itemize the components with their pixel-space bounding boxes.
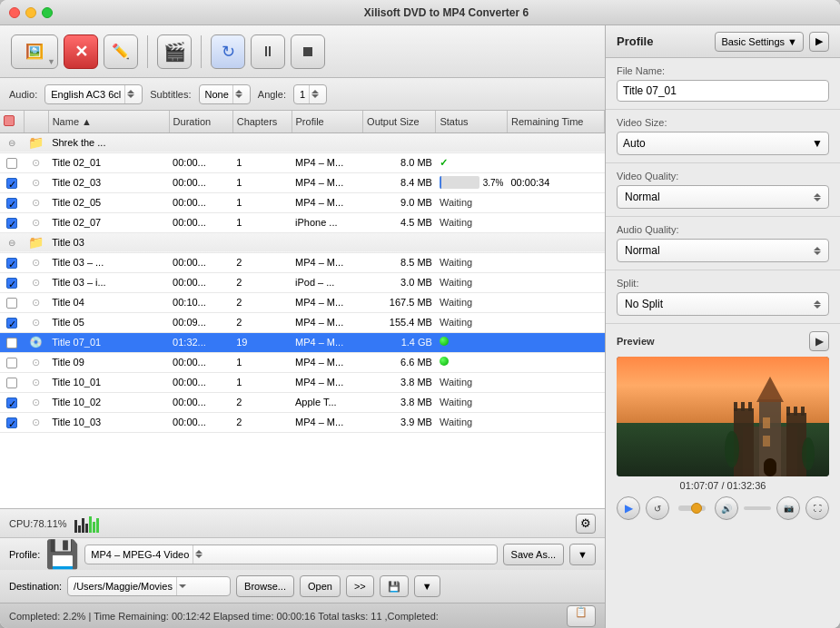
close-button[interactable] bbox=[9, 7, 20, 18]
stop-button[interactable]: ⏹ bbox=[291, 34, 325, 69]
refresh-button[interactable]: ↻ bbox=[211, 34, 245, 69]
profile-dropdown-button[interactable]: ▼ bbox=[569, 544, 596, 565]
row-check-cell[interactable] bbox=[0, 332, 25, 352]
status-log-button[interactable]: 📋 bbox=[567, 605, 596, 627]
volume-icon[interactable]: 🔊 bbox=[715, 496, 738, 520]
file-name-input[interactable] bbox=[617, 80, 829, 102]
row-checkbox[interactable]: ✓ bbox=[6, 397, 17, 408]
angle-arrow[interactable] bbox=[309, 85, 321, 103]
row-check-cell[interactable]: ✓ bbox=[0, 172, 25, 192]
row-check-cell[interactable] bbox=[0, 292, 25, 312]
col-header-chapters[interactable]: Chapters bbox=[232, 111, 292, 132]
destination-select[interactable]: /Users/Maggie/Movies bbox=[67, 576, 231, 596]
row-check-cell[interactable] bbox=[0, 152, 25, 172]
destination-extra-button[interactable]: >> bbox=[346, 575, 374, 597]
row-checkbox[interactable] bbox=[6, 378, 17, 388]
profile-select[interactable]: MP4 – MPEG-4 Video bbox=[84, 545, 497, 564]
save-as-button[interactable]: Save As... bbox=[503, 544, 565, 565]
row-check-cell[interactable]: ✓ bbox=[0, 192, 25, 212]
subtitles-arrow[interactable] bbox=[232, 85, 244, 103]
table-row[interactable]: ✓ ⊙ Title 02_07 00:00... 1 iPhone ... 4.… bbox=[0, 212, 605, 232]
table-row[interactable]: ✓ ⊙ Title 05 00:09... 2 MP4 – M... 155.4… bbox=[0, 312, 605, 332]
table-row[interactable]: ⊙ Title 04 00:10... 2 MP4 – M... 167.5 M… bbox=[0, 292, 605, 312]
table-row[interactable]: 💿 Title 07_01 01:32... 19 MP4 – M... 1.4… bbox=[0, 332, 605, 352]
audio-arrow[interactable] bbox=[124, 85, 136, 103]
split-stepper[interactable]: No Split bbox=[617, 292, 829, 316]
destination-arrow[interactable] bbox=[176, 577, 188, 595]
preview-progress-handle[interactable] bbox=[691, 503, 702, 514]
row-check-cell[interactable]: ✓ bbox=[0, 392, 25, 412]
table-row[interactable]: ⊙ Title 09 00:00... 1 MP4 – M... 6.6 MB bbox=[0, 352, 605, 372]
maximize-button[interactable] bbox=[42, 7, 53, 18]
destination-save-button[interactable]: 💾 bbox=[380, 575, 409, 597]
table-row[interactable]: ✓ ⊙ Title 02_03 00:00... 1 MP4 – M... 8.… bbox=[0, 172, 605, 192]
col-header-remaining[interactable]: Remaining Time bbox=[507, 111, 604, 132]
replay-button[interactable]: ↺ bbox=[646, 496, 669, 520]
row-checkbox[interactable] bbox=[6, 358, 17, 368]
subtitles-select[interactable]: None bbox=[199, 84, 251, 104]
table-row[interactable]: ⊙ Title 02_01 00:00... 1 MP4 – M... 8.0 … bbox=[0, 152, 605, 172]
row-checkbox[interactable]: ✓ bbox=[6, 218, 17, 229]
add-button[interactable]: 🖼️ ▼ bbox=[11, 34, 58, 69]
browse-button[interactable]: Browse... bbox=[236, 575, 294, 597]
row-check-cell[interactable]: ✓ bbox=[0, 252, 25, 272]
minimize-button[interactable] bbox=[25, 7, 36, 18]
table-row[interactable]: ⊖ 📁 Shrek the ... bbox=[0, 132, 605, 152]
table-row[interactable]: ✓ ⊙ Title 02_05 00:00... 1 MP4 – M... 9.… bbox=[0, 192, 605, 212]
col-header-profile[interactable]: Profile bbox=[292, 111, 363, 132]
angle-select[interactable]: 1 bbox=[293, 84, 327, 104]
video-quality-arrows[interactable] bbox=[814, 193, 821, 201]
row-check-cell[interactable]: ✓ bbox=[0, 272, 25, 292]
play-button[interactable]: ▶ bbox=[617, 496, 640, 520]
row-checkbox[interactable] bbox=[6, 338, 17, 348]
profile-arrow[interactable] bbox=[193, 545, 204, 564]
group-collapse-icon[interactable]: ⊖ bbox=[0, 132, 25, 152]
preview-nav-button[interactable]: ▶ bbox=[809, 331, 829, 351]
destination-dropdown-button[interactable]: ▼ bbox=[414, 575, 440, 597]
row-checkbox[interactable]: ✓ bbox=[6, 278, 17, 289]
row-checkbox[interactable]: ✓ bbox=[6, 318, 17, 329]
basic-settings-button[interactable]: Basic Settings ▼ bbox=[715, 32, 804, 52]
fullscreen-button[interactable]: ⛶ bbox=[805, 496, 829, 520]
col-header-name[interactable]: Name ▲ bbox=[48, 111, 169, 132]
row-check-cell[interactable]: ✓ bbox=[0, 312, 25, 332]
row-checkbox[interactable]: ✓ bbox=[6, 178, 17, 189]
group-collapse-icon[interactable]: ⊖ bbox=[0, 232, 25, 252]
screenshot-button[interactable]: 📷 bbox=[776, 496, 800, 520]
audio-select[interactable]: English AC3 6cl bbox=[44, 84, 143, 104]
row-checkbox[interactable]: ✓ bbox=[6, 258, 17, 269]
audio-quality-arrows[interactable] bbox=[814, 247, 821, 255]
row-check-cell[interactable]: ✓ bbox=[0, 412, 25, 432]
split-arrows[interactable] bbox=[814, 300, 821, 309]
preview-progress-track[interactable] bbox=[678, 505, 706, 511]
svg-point-15 bbox=[802, 437, 815, 470]
col-header-status[interactable]: Status bbox=[436, 111, 508, 132]
video-quality-stepper[interactable]: Normal bbox=[617, 185, 829, 209]
table-row[interactable]: ✓ ⊙ Title 03 – ... 00:00... 2 MP4 – M...… bbox=[0, 252, 605, 272]
row-checkbox[interactable] bbox=[6, 158, 17, 169]
row-check-cell[interactable] bbox=[0, 372, 25, 392]
volume-slider[interactable] bbox=[744, 506, 771, 510]
audio-quality-stepper[interactable]: Normal bbox=[617, 239, 829, 262]
row-remaining bbox=[507, 412, 604, 432]
col-header-size[interactable]: Output Size bbox=[363, 111, 436, 132]
table-row[interactable]: ✓ ⊙ Title 10_02 00:00... 2 Apple T... 3.… bbox=[0, 392, 605, 412]
pause-button[interactable]: ⏸ bbox=[251, 34, 285, 69]
open-button[interactable]: Open bbox=[300, 575, 341, 597]
panel-nav-button[interactable]: ▶ bbox=[809, 32, 829, 52]
film-button[interactable]: 🎬 bbox=[157, 34, 192, 69]
remove-button[interactable]: ✕ bbox=[64, 34, 98, 69]
row-check-cell[interactable]: ✓ bbox=[0, 212, 25, 232]
table-row[interactable]: ⊖ 📁 Title 03 bbox=[0, 232, 605, 252]
video-size-select[interactable]: Auto ▼ bbox=[617, 132, 829, 155]
table-row[interactable]: ✓ ⊙ Title 10_03 00:00... 2 MP4 – M... 3.… bbox=[0, 412, 605, 432]
row-check-cell[interactable] bbox=[0, 352, 25, 372]
row-checkbox[interactable]: ✓ bbox=[6, 198, 17, 209]
table-row[interactable]: ⊙ Title 10_01 00:00... 1 MP4 – M... 3.8 … bbox=[0, 372, 605, 392]
edit-button[interactable]: ✏️ bbox=[104, 34, 138, 69]
gear-button[interactable]: ⚙ bbox=[576, 514, 596, 534]
table-row[interactable]: ✓ ⊙ Title 03 – i... 00:00... 2 iPod – ..… bbox=[0, 272, 605, 292]
row-checkbox[interactable] bbox=[6, 298, 17, 309]
row-checkbox[interactable]: ✓ bbox=[6, 417, 17, 428]
col-header-duration[interactable]: Duration bbox=[169, 111, 232, 132]
